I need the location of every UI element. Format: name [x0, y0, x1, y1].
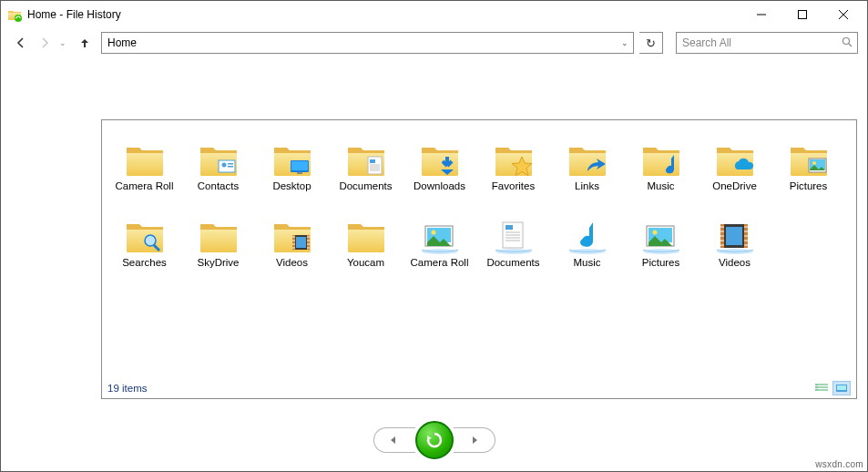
item-label: Contacts: [198, 180, 239, 206]
folder-item[interactable]: Favorites: [476, 135, 550, 206]
item-label: Pictures: [642, 257, 680, 282]
restore-button[interactable]: [415, 421, 454, 459]
folder-item[interactable]: Music: [624, 135, 698, 206]
music-icon: [639, 135, 683, 179]
folder-icon: [344, 211, 388, 255]
previous-version-button[interactable]: [373, 427, 415, 453]
next-version-button[interactable]: [454, 427, 495, 453]
lib-video-icon: [713, 211, 757, 255]
svg-point-24: [431, 231, 435, 235]
watermark: wsxdn.com: [815, 459, 863, 469]
svg-rect-8: [291, 161, 308, 170]
status-bar: 19 items: [102, 378, 856, 398]
svg-rect-11: [370, 159, 375, 163]
folder-item[interactable]: OneDrive: [698, 135, 771, 206]
back-button[interactable]: [12, 34, 30, 52]
star-icon: [492, 135, 536, 179]
svg-rect-5: [228, 163, 233, 165]
desktop-icon: [271, 135, 314, 179]
item-count: 19 items: [107, 383, 147, 394]
recent-locations-dropdown[interactable]: ⌄: [59, 38, 66, 47]
app-icon: [7, 7, 22, 22]
address-location[interactable]: Home: [102, 36, 617, 49]
item-label: Documents: [339, 180, 392, 206]
folder-item[interactable]: Camera Roll: [107, 135, 181, 206]
folder-item[interactable]: Pictures: [624, 211, 698, 282]
svg-rect-41: [837, 385, 846, 390]
svg-point-4: [221, 163, 226, 168]
item-label: Downloads: [414, 180, 465, 206]
search-placeholder: Search All: [677, 36, 837, 49]
folder-item[interactable]: Documents: [476, 211, 550, 282]
item-label: OneDrive: [712, 180, 757, 206]
lib-doc-icon: [492, 211, 536, 255]
search-box[interactable]: Search All: [676, 32, 858, 54]
navigation-bar: ⌄ Home ⌄ ↻ Search All: [1, 28, 867, 56]
doc-icon: [344, 135, 388, 179]
items-grid: Camera Roll Contacts Desktop Documents D…: [102, 120, 856, 295]
minimize-button[interactable]: [740, 2, 781, 27]
item-label: Documents: [486, 257, 539, 282]
item-label: Searches: [122, 257, 167, 282]
svg-point-29: [580, 239, 591, 247]
folder-item[interactable]: Documents: [329, 135, 403, 206]
close-button[interactable]: [822, 2, 863, 27]
folder-item[interactable]: Videos: [698, 211, 771, 282]
search-icon[interactable]: [837, 36, 857, 50]
folder-item[interactable]: Searches: [107, 211, 181, 282]
folder-item[interactable]: Camera Roll: [403, 211, 476, 282]
item-label: Desktop: [272, 180, 311, 206]
folder-item[interactable]: Downloads: [403, 135, 476, 206]
folder-icon: [197, 211, 240, 255]
svg-rect-1: [798, 11, 806, 19]
folder-item[interactable]: Links: [550, 135, 624, 206]
address-bar[interactable]: Home ⌄: [101, 32, 634, 54]
content-panel: Camera Roll Contacts Desktop Documents D…: [101, 119, 857, 399]
lib-music-icon: [566, 211, 609, 255]
item-label: Videos: [276, 257, 308, 282]
folder-item[interactable]: Music: [550, 211, 624, 282]
maximize-button[interactable]: [781, 2, 822, 27]
item-label: Youcam: [347, 257, 384, 282]
up-button[interactable]: [76, 34, 94, 52]
link-icon: [566, 135, 609, 179]
item-label: Videos: [719, 257, 751, 282]
forward-button[interactable]: [36, 34, 54, 52]
address-dropdown[interactable]: ⌄: [617, 38, 633, 47]
svg-rect-20: [296, 237, 306, 248]
folder-item[interactable]: Pictures: [771, 135, 845, 206]
lib-pictures-icon: [639, 211, 683, 255]
svg-point-15: [812, 161, 816, 165]
details-view-button[interactable]: [812, 381, 831, 395]
cloud-icon: [713, 135, 757, 179]
search-icon: [123, 211, 167, 255]
svg-rect-10: [368, 157, 382, 174]
item-label: Camera Roll: [411, 257, 469, 282]
folder-item[interactable]: Videos: [255, 211, 329, 282]
lib-pictures-icon: [418, 211, 462, 255]
video-icon: [271, 211, 314, 255]
svg-rect-39: [815, 384, 818, 391]
svg-point-2: [843, 37, 850, 44]
window-title: Home - File History: [27, 8, 740, 21]
svg-point-12: [666, 168, 673, 173]
picture-icon: [787, 135, 831, 179]
folder-item[interactable]: Contacts: [181, 135, 255, 206]
svg-point-33: [652, 231, 657, 235]
svg-rect-27: [505, 225, 513, 230]
svg-point-16: [145, 235, 156, 246]
svg-rect-38: [726, 227, 742, 245]
svg-rect-6: [228, 166, 233, 168]
title-bar: Home - File History: [1, 1, 867, 28]
refresh-button[interactable]: ↻: [639, 32, 663, 54]
folder-item[interactable]: SkyDrive: [181, 211, 255, 282]
item-label: Music: [647, 180, 674, 206]
svg-rect-9: [297, 172, 302, 174]
download-icon: [418, 135, 462, 179]
icons-view-button[interactable]: [832, 381, 851, 395]
folder-item[interactable]: Desktop: [255, 135, 329, 206]
folder-icon: [123, 135, 167, 179]
folder-item[interactable]: Youcam: [329, 211, 403, 282]
item-label: SkyDrive: [197, 257, 239, 282]
item-label: Links: [575, 180, 599, 206]
